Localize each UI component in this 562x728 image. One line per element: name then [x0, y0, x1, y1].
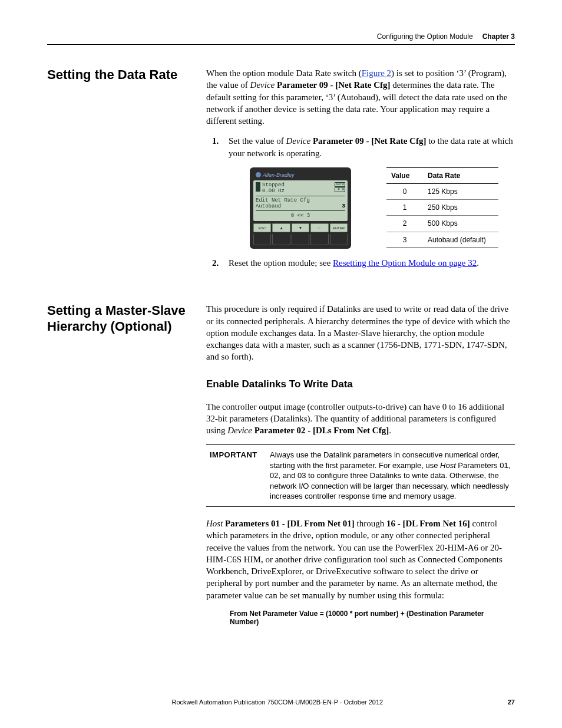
text-bold: Parameter 09 - [Net Rate Cfg] [275, 80, 390, 90]
text: Set the value of [229, 136, 286, 146]
section-title-data-rate: Setting the Data Rate [47, 67, 189, 83]
formula: From Net Parameter Value = (10000 * port… [230, 610, 515, 626]
him-device: Allen-Bradley Stopped 0.00 Hz [250, 167, 351, 249]
reset-module-link[interactable]: Resetting the Option Module on page 32 [333, 258, 477, 268]
cell: 2 [386, 216, 423, 232]
figure-2-link[interactable]: Figure 2 [362, 68, 391, 78]
him-keys: ESC ▲ ▼ ← ENTER [253, 223, 348, 232]
table-row: 1 250 Kbps [386, 200, 498, 216]
text: Reset the option module; see [229, 258, 333, 268]
him-hz: 0.00 Hz [262, 188, 285, 194]
him-lcd: Stopped 0.00 Hz AUTO F 0 [253, 180, 348, 221]
cell: 1 [386, 200, 423, 216]
page: Configuring the Option Module Chapter 3 … [0, 0, 562, 728]
cell: 250 Kbps [423, 200, 498, 216]
cell: 3 [386, 232, 423, 248]
key-esc[interactable]: ESC [253, 223, 271, 232]
text: . [477, 258, 479, 268]
key-enter[interactable]: ENTER [330, 223, 348, 232]
intro-paragraph: When the option module Data Rate switch … [206, 67, 515, 127]
him-brand: Allen-Bradley [253, 171, 348, 180]
text-italic: Host [206, 519, 223, 528]
important-box: IMPORTANT Always use the Datalink parame… [206, 444, 515, 507]
host-params-para: Host Parameters 01 - [DL From Net 01] th… [206, 518, 515, 601]
data-rate-table: Value Data Rate 0 125 Kbps 1 [386, 167, 498, 248]
important-label: IMPORTANT [210, 450, 270, 502]
softkey [272, 234, 290, 245]
brand-text: Allen-Bradley [263, 172, 295, 179]
text-italic: Device [250, 80, 275, 90]
step-2: Reset the option module; see Resetting t… [220, 257, 515, 269]
key-up[interactable]: ▲ [272, 223, 290, 232]
status-bar-icon [256, 182, 260, 192]
him-status: Stopped [262, 182, 285, 188]
table-row: 3 Autobaud (default) [386, 232, 498, 248]
th-data-rate: Data Rate [423, 167, 498, 183]
him-range: 0 << 3 [256, 213, 345, 219]
text-bold: Parameter 02 - [DLs From Net Cfg] [252, 426, 389, 435]
him-value-label: Autobaud [256, 203, 281, 209]
softkey [330, 234, 348, 245]
step-1: Set the value of Device Parameter 09 - [… [220, 135, 515, 249]
text-italic: Host [440, 461, 456, 470]
section-master-slave: Setting a Master-Slave Hierarchy (Option… [47, 303, 515, 625]
text: control which parameters in the drive, o… [206, 519, 503, 600]
figure-row: Allen-Bradley Stopped 0.00 Hz [250, 167, 515, 249]
him-edit-label: Edit Net Rate Cfg [256, 197, 345, 203]
softkey [253, 234, 271, 245]
header-chapter: Chapter 3 [482, 32, 515, 41]
softkey [292, 234, 309, 245]
brand-logo-icon [256, 172, 261, 177]
ms-intro: This procedure is only required if Datal… [206, 303, 515, 363]
him-badge-f: F 0 [335, 187, 345, 192]
text-italic: Device [286, 136, 310, 146]
text-italic: Device [227, 426, 252, 435]
footer-publication: Rockwell Automation Publication 750COM-U… [47, 699, 508, 706]
subhead-enable-datalinks: Enable Datalinks To Write Data [206, 378, 515, 390]
cell: 0 [386, 183, 423, 199]
cell: Autobaud (default) [423, 232, 498, 248]
key-left[interactable]: ← [310, 223, 328, 232]
text-bold: Parameters 01 - [DL From Net 01] [223, 519, 354, 528]
cell: 125 Kbps [423, 183, 498, 199]
cell: 500 Kbps [423, 216, 498, 232]
section-data-rate: Setting the Data Rate When the option mo… [47, 67, 515, 275]
text: through [355, 519, 386, 528]
key-down[interactable]: ▼ [292, 223, 309, 232]
header-section: Configuring the Option Module [377, 32, 473, 41]
table-row: 0 125 Kbps [386, 183, 498, 199]
him-softkeys [253, 234, 348, 245]
steps-list: Set the value of Device Parameter 09 - [… [206, 135, 515, 269]
datalinks-para: The controller output image (controller … [206, 401, 515, 437]
him-badge-auto: AUTO [335, 182, 345, 187]
section-title-master-slave: Setting a Master-Slave Hierarchy (Option… [47, 303, 189, 334]
running-header: Configuring the Option Module Chapter 3 [47, 32, 515, 45]
text: . [389, 426, 391, 435]
text-bold: Parameter 09 - [Net Rate Cfg] [310, 136, 426, 146]
important-body: Always use the Datalink parameters in co… [270, 450, 511, 502]
footer: Rockwell Automation Publication 750COM-U… [47, 699, 515, 706]
page-number: 27 [508, 699, 515, 706]
text: When the option module Data Rate switch … [206, 68, 362, 78]
th-value: Value [386, 167, 423, 183]
him-value-num: 3 [342, 203, 345, 209]
text-bold: 16 - [DL From Net 16] [386, 519, 470, 528]
table-row: 2 500 Kbps [386, 216, 498, 232]
softkey [310, 234, 328, 245]
